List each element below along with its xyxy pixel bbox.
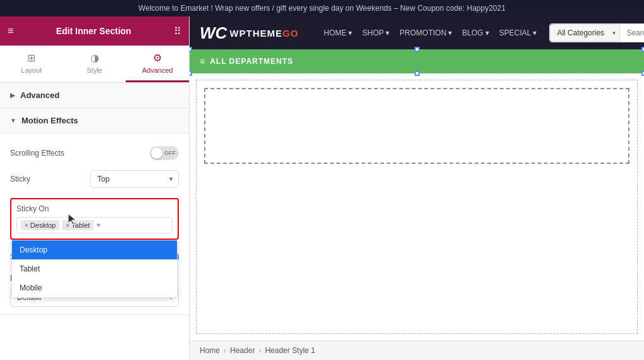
all-departments-bar: ≡ ALL DEPARTMENTS — [190, 49, 644, 73]
search-area: All Categories — [549, 23, 644, 42]
toggle-knob — [151, 147, 162, 159]
breadcrumb-header[interactable]: Header — [230, 346, 255, 355]
breadcrumb-style[interactable]: Header Style 1 — [265, 346, 315, 355]
breadcrumb-sep-1: › — [224, 346, 226, 355]
category-select[interactable]: All Categories — [550, 24, 620, 42]
nav-home[interactable]: HOME ▾ — [324, 28, 352, 37]
notification-bar: Welcome to Emarket ! Wrap new offers / g… — [0, 0, 644, 16]
right-panel: WC WPTHEMEGO HOME ▾ SHOP ▾ PROMOTION ▾ B… — [190, 16, 644, 360]
tab-advanced[interactable]: ⚙ Advanced — [126, 46, 189, 82]
tag-desktop: × Desktop — [21, 220, 59, 230]
tag-desktop-label: Desktop — [30, 221, 56, 229]
tab-layout[interactable]: ⊞ Layout — [0, 46, 63, 82]
toggle-off-label: OFF — [164, 150, 176, 156]
sticky-on-dropdown: Desktop Tablet Mobile — [11, 240, 178, 298]
tab-style-label: Style — [87, 66, 102, 74]
nav-blog-chevron: ▾ — [485, 28, 489, 37]
nav-promotion[interactable]: PROMOTION ▾ — [399, 28, 452, 37]
edit-area-inner — [204, 88, 629, 164]
tags-input[interactable]: × Desktop × Tablet + — [16, 217, 173, 233]
dropdown-tablet[interactable]: Tablet — [12, 259, 177, 278]
tab-style[interactable]: ◑ Style — [63, 46, 126, 82]
nav-promotion-chevron: ▾ — [448, 28, 452, 37]
scrolling-effects-row: Scrolling Effects OFF — [10, 141, 179, 165]
tags-add-button[interactable]: + — [96, 221, 100, 230]
nav-special-chevron: ▾ — [533, 28, 537, 37]
advanced-section-header[interactable]: ▶ Advanced — [0, 83, 189, 108]
tag-desktop-remove[interactable]: × — [25, 222, 28, 229]
style-icon: ◑ — [90, 52, 99, 64]
tab-layout-label: Layout — [21, 66, 42, 74]
scrolling-effects-toggle[interactable]: OFF — [150, 146, 179, 160]
panel-content: ▶ Advanced ▼ Motion Effects Scrolling Ef… — [0, 83, 189, 360]
panel-header: ≡ Edit Inner Section ⠿ — [0, 16, 189, 46]
tag-tablet-label: Tablet — [71, 221, 90, 229]
sticky-select-wrapper: None Top Bottom — [90, 170, 179, 188]
advanced-arrow-icon: ▶ — [10, 92, 15, 99]
handle-bl[interactable] — [190, 71, 192, 76]
sticky-label: Sticky — [10, 175, 30, 183]
motion-effects-body: Scrolling Effects OFF Sticky None Top — [0, 133, 189, 315]
advanced-section-label: Advanced — [20, 90, 59, 100]
logo-go: GO — [283, 28, 298, 39]
left-panel: ≡ Edit Inner Section ⠿ ⊞ Layout ◑ Style … — [0, 16, 190, 360]
dept-bar-wrapper: ≡ ALL DEPARTMENTS — [190, 49, 644, 73]
handle-tl[interactable] — [190, 47, 192, 52]
category-select-wrapper: All Categories — [550, 24, 620, 42]
nav-shop-chevron: ▾ — [386, 28, 389, 37]
tabs-bar: ⊞ Layout ◑ Style ⚙ Advanced — [0, 46, 189, 83]
nav-blog[interactable]: BLOG ▾ — [462, 28, 489, 37]
breadcrumb-home[interactable]: Home — [200, 346, 220, 355]
nav-home-chevron: ▾ — [348, 28, 352, 37]
motion-effects-section-header[interactable]: ▼ Motion Effects — [0, 108, 189, 133]
tag-tablet-remove[interactable]: × — [66, 222, 70, 229]
breadcrumb-sep-2: › — [258, 346, 261, 355]
site-logo: WC WPTHEMEGO — [200, 23, 298, 43]
panel-title: Edit Inner Section — [56, 26, 131, 36]
tab-advanced-label: Advanced — [142, 66, 173, 74]
dropdown-desktop[interactable]: Desktop — [12, 240, 177, 259]
site-nav: WC WPTHEMEGO HOME ▾ SHOP ▾ PROMOTION ▾ B… — [190, 16, 644, 49]
layout-icon: ⊞ — [27, 52, 35, 64]
grid-icon[interactable]: ⠿ — [174, 25, 181, 37]
edit-area — [196, 80, 638, 334]
motion-effects-section-label: Motion Effects — [21, 116, 78, 125]
search-input-area: All Categories — [549, 23, 644, 42]
handle-tr[interactable] — [641, 47, 644, 52]
all-departments-text: ALL DEPARTMENTS — [210, 57, 293, 66]
advanced-icon: ⚙ — [153, 52, 162, 64]
sticky-on-label: Sticky On — [16, 204, 173, 213]
tag-tablet: × Tablet — [62, 220, 94, 230]
nav-links: HOME ▾ SHOP ▾ PROMOTION ▾ BLOG ▾ SPECIAL… — [324, 28, 537, 37]
dept-menu-icon: ≡ — [200, 56, 205, 66]
logo-wptheme: WPTHEMEGO — [229, 28, 298, 39]
nav-shop[interactable]: SHOP ▾ — [362, 28, 389, 37]
hamburger-icon[interactable]: ≡ — [8, 25, 13, 37]
handle-bc[interactable] — [415, 71, 420, 76]
notification-text: Welcome to Emarket ! Wrap new offers / g… — [138, 4, 506, 13]
sticky-on-container: Sticky On × Desktop × Tablet — [10, 198, 179, 240]
motion-effects-arrow-icon: ▼ — [10, 117, 16, 124]
breadcrumb-bar: Home › Header › Header Style 1 — [190, 340, 644, 360]
search-input[interactable] — [620, 24, 644, 42]
handle-br[interactable] — [641, 71, 644, 76]
logo-wc: WC — [200, 23, 227, 43]
sticky-select[interactable]: None Top Bottom — [90, 170, 179, 188]
dropdown-mobile[interactable]: Mobile — [12, 278, 177, 297]
handle-tc[interactable] — [415, 47, 420, 52]
sticky-row: Sticky None Top Bottom — [10, 165, 179, 193]
scrolling-effects-label: Scrolling Effects — [10, 149, 64, 158]
sticky-on-section: Sticky On × Desktop × Tablet — [10, 198, 179, 240]
nav-special[interactable]: SPECIAL ▾ — [499, 28, 537, 37]
